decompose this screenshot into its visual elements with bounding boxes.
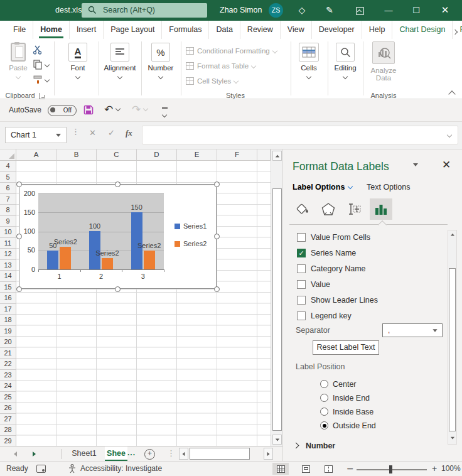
search-input[interactable]: Search (Alt+Q) bbox=[82, 3, 207, 18]
ribbon-tab-formulas[interactable]: Formulas bbox=[161, 21, 208, 39]
bar-series2-cat2[interactable] bbox=[102, 258, 113, 269]
ribbon-tab-data[interactable]: Data bbox=[208, 21, 239, 39]
diamond-icon[interactable]: ◇ bbox=[293, 0, 311, 21]
embedded-chart[interactable]: 50Series2100Series2150Series2 Series1Ser… bbox=[19, 185, 217, 289]
accessibility-status[interactable]: Accessibility: Investigate bbox=[80, 464, 162, 473]
data-label-series2-cat2[interactable]: Series2 bbox=[95, 249, 119, 257]
row-header-7[interactable]: 7 bbox=[0, 194, 16, 205]
accessibility-icon[interactable] bbox=[68, 464, 77, 475]
editing-group-button[interactable]: Editing bbox=[329, 43, 362, 80]
data-label-series2-cat3[interactable]: Series2 bbox=[137, 242, 161, 249]
row-header-16[interactable]: 16 bbox=[0, 293, 16, 304]
zoom-slider-thumb[interactable] bbox=[389, 465, 392, 473]
close-button[interactable]: ✕ bbox=[436, 0, 454, 21]
row-header-18[interactable]: 18 bbox=[0, 315, 16, 326]
clipboard-dialog-launcher-icon[interactable] bbox=[39, 93, 45, 99]
radio-center[interactable] bbox=[320, 380, 328, 388]
row-header-25[interactable]: 25 bbox=[0, 392, 16, 403]
separator-dropdown[interactable]: , bbox=[382, 323, 443, 337]
pen-icon[interactable]: ✎ bbox=[320, 0, 339, 21]
zoom-level[interactable]: 100% bbox=[441, 464, 461, 473]
ribbon-tab-help[interactable]: Help bbox=[362, 21, 392, 39]
ribbon-cell-styles-button[interactable]: Cell Styles bbox=[186, 74, 238, 88]
row-header-13[interactable]: 13 bbox=[0, 260, 16, 271]
checkbox-row-legend-key[interactable]: Legend key bbox=[283, 310, 440, 323]
legend-series2[interactable]: Series2 bbox=[175, 239, 207, 248]
checkbox-row-category-name[interactable]: Category Name bbox=[283, 263, 440, 276]
name-box-dropdown-icon[interactable] bbox=[56, 134, 61, 137]
vertical-scroll-thumb[interactable] bbox=[272, 188, 282, 431]
legend-series1[interactable]: Series1 bbox=[175, 222, 207, 230]
worksheet-grid[interactable]: ABCDEF 456789101112131415161718192021222… bbox=[0, 149, 282, 446]
checkbox-row-value-from-cells[interactable]: Value From Cells bbox=[283, 232, 440, 244]
vertical-scrollbar[interactable] bbox=[271, 149, 282, 446]
pane-scroll-up-icon[interactable] bbox=[449, 233, 455, 236]
row-header-28[interactable]: 28 bbox=[0, 425, 16, 436]
font-group-button[interactable]: A Font bbox=[60, 43, 95, 80]
ribbon-tab-insert[interactable]: Insert bbox=[69, 21, 103, 39]
bar-series2-cat3[interactable] bbox=[144, 251, 155, 269]
column-header-a[interactable]: A bbox=[16, 149, 56, 161]
new-sheet-button[interactable]: + bbox=[144, 449, 155, 460]
minimize-button[interactable]: — bbox=[379, 0, 398, 21]
pane-scroll-thumb[interactable] bbox=[449, 268, 456, 431]
row-header-20[interactable]: 20 bbox=[0, 337, 16, 348]
effects-icon[interactable] bbox=[317, 198, 340, 220]
data-label-series2-cat1[interactable]: Series2 bbox=[54, 238, 77, 246]
column-header-partial[interactable] bbox=[257, 149, 271, 161]
column-header-c[interactable]: C bbox=[97, 149, 137, 161]
ribbon-tab-page-layout[interactable]: Page Layout bbox=[103, 21, 161, 39]
checkbox-row-value[interactable]: Value bbox=[283, 279, 440, 291]
ribbon-display-options-icon[interactable] bbox=[350, 0, 369, 21]
radio-row-outside-end[interactable]: Outside End bbox=[283, 421, 440, 433]
previous-sheet-icon[interactable] bbox=[14, 452, 17, 457]
hscroll-right-button[interactable] bbox=[264, 448, 273, 460]
zoom-out-button[interactable]: − bbox=[346, 463, 354, 473]
insert-function-button[interactable]: fx bbox=[126, 128, 132, 138]
checkbox-show-leader-lines[interactable] bbox=[297, 296, 306, 305]
pane-scroll-down-icon[interactable] bbox=[449, 436, 455, 440]
row-header-15[interactable]: 15 bbox=[0, 282, 16, 293]
row-header-27[interactable]: 27 bbox=[0, 414, 16, 425]
radio-inside-end[interactable] bbox=[320, 394, 328, 402]
page-break-view-button[interactable] bbox=[320, 463, 336, 475]
ribbon-format-as-table-button[interactable]: Format as Table bbox=[186, 59, 255, 73]
row-header-23[interactable]: 23 bbox=[0, 370, 16, 381]
label-options-icon[interactable] bbox=[370, 198, 392, 220]
row-header-11[interactable]: 11 bbox=[0, 238, 16, 249]
bar-series1-cat3[interactable] bbox=[131, 212, 142, 269]
pane-close-icon[interactable]: ✕ bbox=[442, 158, 451, 171]
selection-handle[interactable] bbox=[214, 286, 220, 292]
row-header-6[interactable]: 6 bbox=[0, 183, 16, 194]
column-header-f[interactable]: F bbox=[217, 149, 257, 161]
row-header-8[interactable]: 8 bbox=[0, 205, 16, 216]
bar-series1-cat1[interactable] bbox=[47, 251, 58, 269]
tab-text-options[interactable]: Text Options bbox=[367, 183, 410, 192]
more-tabs-chevron-icon[interactable] bbox=[453, 27, 457, 36]
row-header-21[interactable]: 21 bbox=[0, 348, 16, 359]
horizontal-scrollbar[interactable] bbox=[179, 448, 273, 460]
radio-outside-end[interactable] bbox=[320, 421, 328, 430]
selection-handle[interactable] bbox=[16, 234, 22, 239]
avatar[interactable]: ZS bbox=[269, 3, 283, 18]
radio-inside-base[interactable] bbox=[320, 408, 328, 416]
selection-handle[interactable] bbox=[214, 181, 220, 187]
ribbon-conditional-formatting-button[interactable]: Conditional Formatting bbox=[186, 44, 277, 58]
checkbox-category-name[interactable] bbox=[297, 264, 306, 273]
column-header-b[interactable]: B bbox=[56, 149, 97, 161]
cells-group-button[interactable]: Cells bbox=[294, 43, 324, 80]
row-header-24[interactable]: 24 bbox=[0, 381, 16, 392]
paste-button[interactable]: Paste bbox=[5, 43, 31, 80]
ribbon-tab-home[interactable]: Home bbox=[33, 21, 69, 39]
autosave-toggle[interactable]: Off bbox=[48, 105, 77, 116]
row-header-19[interactable]: 19 bbox=[0, 326, 16, 337]
pane-menu-icon[interactable] bbox=[413, 166, 418, 175]
number-section-header[interactable]: Number bbox=[294, 441, 335, 450]
row-header-4[interactable]: 4 bbox=[0, 161, 16, 172]
data-label-series1-cat3[interactable]: 150 bbox=[131, 203, 142, 211]
radio-row-center[interactable]: Center bbox=[283, 379, 440, 392]
maximize-button[interactable]: ☐ bbox=[407, 0, 426, 21]
selection-handle[interactable] bbox=[214, 234, 220, 239]
row-header-22[interactable]: 22 bbox=[0, 359, 16, 370]
bar-series2-cat1[interactable] bbox=[60, 247, 71, 269]
